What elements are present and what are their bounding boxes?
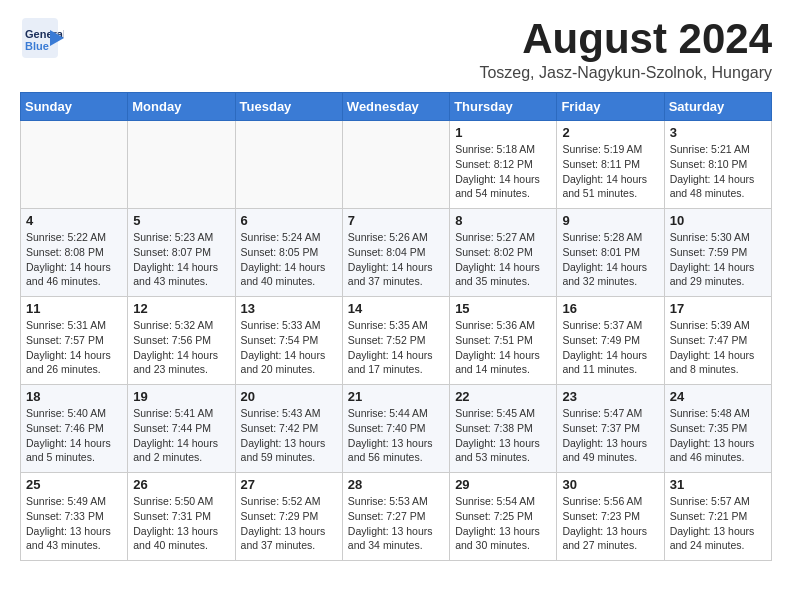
day-info: Sunrise: 5:30 AMSunset: 7:59 PMDaylight:… <box>670 230 766 289</box>
day-cell: 6Sunrise: 5:24 AMSunset: 8:05 PMDaylight… <box>235 209 342 297</box>
day-cell <box>128 121 235 209</box>
day-number: 10 <box>670 213 766 228</box>
day-cell: 31Sunrise: 5:57 AMSunset: 7:21 PMDayligh… <box>664 473 771 561</box>
day-number: 6 <box>241 213 337 228</box>
col-header-thursday: Thursday <box>450 93 557 121</box>
day-number: 23 <box>562 389 658 404</box>
day-info: Sunrise: 5:57 AMSunset: 7:21 PMDaylight:… <box>670 494 766 553</box>
day-number: 2 <box>562 125 658 140</box>
day-cell: 4Sunrise: 5:22 AMSunset: 8:08 PMDaylight… <box>21 209 128 297</box>
day-number: 30 <box>562 477 658 492</box>
week-row-3: 11Sunrise: 5:31 AMSunset: 7:57 PMDayligh… <box>21 297 772 385</box>
day-number: 25 <box>26 477 122 492</box>
location-title: Toszeg, Jasz-Nagykun-Szolnok, Hungary <box>479 64 772 82</box>
col-header-friday: Friday <box>557 93 664 121</box>
day-cell: 8Sunrise: 5:27 AMSunset: 8:02 PMDaylight… <box>450 209 557 297</box>
day-number: 11 <box>26 301 122 316</box>
col-header-wednesday: Wednesday <box>342 93 449 121</box>
day-cell: 17Sunrise: 5:39 AMSunset: 7:47 PMDayligh… <box>664 297 771 385</box>
day-info: Sunrise: 5:39 AMSunset: 7:47 PMDaylight:… <box>670 318 766 377</box>
day-cell: 12Sunrise: 5:32 AMSunset: 7:56 PMDayligh… <box>128 297 235 385</box>
day-cell: 25Sunrise: 5:49 AMSunset: 7:33 PMDayligh… <box>21 473 128 561</box>
day-cell: 10Sunrise: 5:30 AMSunset: 7:59 PMDayligh… <box>664 209 771 297</box>
day-cell: 27Sunrise: 5:52 AMSunset: 7:29 PMDayligh… <box>235 473 342 561</box>
month-title: August 2024 <box>479 16 772 62</box>
day-number: 19 <box>133 389 229 404</box>
day-number: 13 <box>241 301 337 316</box>
day-info: Sunrise: 5:50 AMSunset: 7:31 PMDaylight:… <box>133 494 229 553</box>
day-cell: 22Sunrise: 5:45 AMSunset: 7:38 PMDayligh… <box>450 385 557 473</box>
day-number: 8 <box>455 213 551 228</box>
day-number: 18 <box>26 389 122 404</box>
day-info: Sunrise: 5:33 AMSunset: 7:54 PMDaylight:… <box>241 318 337 377</box>
day-number: 17 <box>670 301 766 316</box>
day-cell: 3Sunrise: 5:21 AMSunset: 8:10 PMDaylight… <box>664 121 771 209</box>
col-header-sunday: Sunday <box>21 93 128 121</box>
day-number: 28 <box>348 477 444 492</box>
day-info: Sunrise: 5:56 AMSunset: 7:23 PMDaylight:… <box>562 494 658 553</box>
day-number: 14 <box>348 301 444 316</box>
day-cell: 18Sunrise: 5:40 AMSunset: 7:46 PMDayligh… <box>21 385 128 473</box>
day-number: 21 <box>348 389 444 404</box>
day-cell: 16Sunrise: 5:37 AMSunset: 7:49 PMDayligh… <box>557 297 664 385</box>
day-number: 7 <box>348 213 444 228</box>
day-cell: 29Sunrise: 5:54 AMSunset: 7:25 PMDayligh… <box>450 473 557 561</box>
day-number: 22 <box>455 389 551 404</box>
day-cell: 20Sunrise: 5:43 AMSunset: 7:42 PMDayligh… <box>235 385 342 473</box>
day-info: Sunrise: 5:22 AMSunset: 8:08 PMDaylight:… <box>26 230 122 289</box>
day-info: Sunrise: 5:21 AMSunset: 8:10 PMDaylight:… <box>670 142 766 201</box>
day-cell <box>235 121 342 209</box>
title-area: August 2024 Toszeg, Jasz-Nagykun-Szolnok… <box>479 16 772 82</box>
day-info: Sunrise: 5:35 AMSunset: 7:52 PMDaylight:… <box>348 318 444 377</box>
day-number: 3 <box>670 125 766 140</box>
day-info: Sunrise: 5:28 AMSunset: 8:01 PMDaylight:… <box>562 230 658 289</box>
day-info: Sunrise: 5:49 AMSunset: 7:33 PMDaylight:… <box>26 494 122 553</box>
day-number: 12 <box>133 301 229 316</box>
day-cell: 28Sunrise: 5:53 AMSunset: 7:27 PMDayligh… <box>342 473 449 561</box>
day-number: 27 <box>241 477 337 492</box>
day-number: 20 <box>241 389 337 404</box>
day-info: Sunrise: 5:27 AMSunset: 8:02 PMDaylight:… <box>455 230 551 289</box>
day-number: 5 <box>133 213 229 228</box>
day-info: Sunrise: 5:24 AMSunset: 8:05 PMDaylight:… <box>241 230 337 289</box>
day-info: Sunrise: 5:48 AMSunset: 7:35 PMDaylight:… <box>670 406 766 465</box>
day-info: Sunrise: 5:43 AMSunset: 7:42 PMDaylight:… <box>241 406 337 465</box>
header: General Blue August 2024 Toszeg, Jasz-Na… <box>20 16 772 82</box>
calendar-header: SundayMondayTuesdayWednesdayThursdayFrid… <box>21 93 772 121</box>
week-row-2: 4Sunrise: 5:22 AMSunset: 8:08 PMDaylight… <box>21 209 772 297</box>
day-cell: 30Sunrise: 5:56 AMSunset: 7:23 PMDayligh… <box>557 473 664 561</box>
day-number: 31 <box>670 477 766 492</box>
day-cell: 26Sunrise: 5:50 AMSunset: 7:31 PMDayligh… <box>128 473 235 561</box>
day-cell: 23Sunrise: 5:47 AMSunset: 7:37 PMDayligh… <box>557 385 664 473</box>
day-info: Sunrise: 5:18 AMSunset: 8:12 PMDaylight:… <box>455 142 551 201</box>
day-info: Sunrise: 5:26 AMSunset: 8:04 PMDaylight:… <box>348 230 444 289</box>
day-cell: 13Sunrise: 5:33 AMSunset: 7:54 PMDayligh… <box>235 297 342 385</box>
day-number: 9 <box>562 213 658 228</box>
day-info: Sunrise: 5:36 AMSunset: 7:51 PMDaylight:… <box>455 318 551 377</box>
day-number: 4 <box>26 213 122 228</box>
day-number: 29 <box>455 477 551 492</box>
day-info: Sunrise: 5:23 AMSunset: 8:07 PMDaylight:… <box>133 230 229 289</box>
day-info: Sunrise: 5:41 AMSunset: 7:44 PMDaylight:… <box>133 406 229 465</box>
day-cell: 15Sunrise: 5:36 AMSunset: 7:51 PMDayligh… <box>450 297 557 385</box>
calendar-table: SundayMondayTuesdayWednesdayThursdayFrid… <box>20 92 772 561</box>
svg-text:Blue: Blue <box>25 40 49 52</box>
day-cell: 2Sunrise: 5:19 AMSunset: 8:11 PMDaylight… <box>557 121 664 209</box>
day-info: Sunrise: 5:31 AMSunset: 7:57 PMDaylight:… <box>26 318 122 377</box>
day-info: Sunrise: 5:47 AMSunset: 7:37 PMDaylight:… <box>562 406 658 465</box>
day-info: Sunrise: 5:19 AMSunset: 8:11 PMDaylight:… <box>562 142 658 201</box>
col-header-monday: Monday <box>128 93 235 121</box>
day-cell: 7Sunrise: 5:26 AMSunset: 8:04 PMDaylight… <box>342 209 449 297</box>
week-row-1: 1Sunrise: 5:18 AMSunset: 8:12 PMDaylight… <box>21 121 772 209</box>
day-info: Sunrise: 5:32 AMSunset: 7:56 PMDaylight:… <box>133 318 229 377</box>
week-row-5: 25Sunrise: 5:49 AMSunset: 7:33 PMDayligh… <box>21 473 772 561</box>
day-info: Sunrise: 5:53 AMSunset: 7:27 PMDaylight:… <box>348 494 444 553</box>
day-info: Sunrise: 5:37 AMSunset: 7:49 PMDaylight:… <box>562 318 658 377</box>
day-number: 26 <box>133 477 229 492</box>
day-cell: 24Sunrise: 5:48 AMSunset: 7:35 PMDayligh… <box>664 385 771 473</box>
day-number: 16 <box>562 301 658 316</box>
logo: General Blue <box>20 16 64 60</box>
day-info: Sunrise: 5:40 AMSunset: 7:46 PMDaylight:… <box>26 406 122 465</box>
day-number: 15 <box>455 301 551 316</box>
day-cell <box>21 121 128 209</box>
